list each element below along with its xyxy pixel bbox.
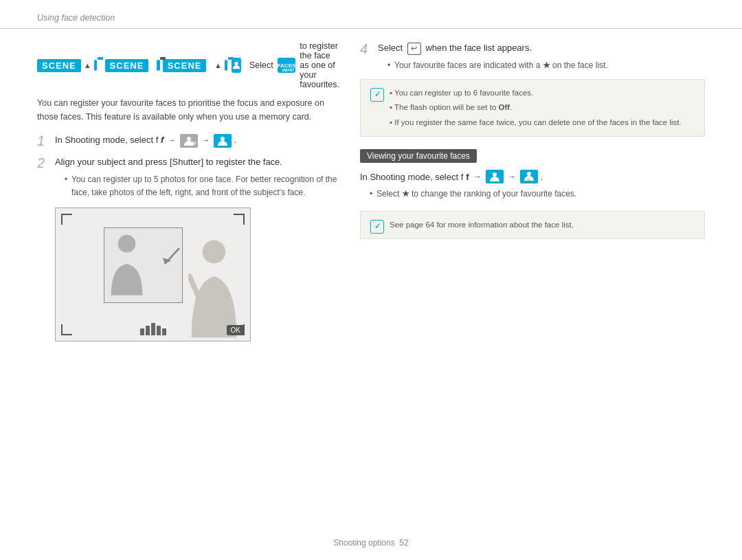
camera-icon-1 (94, 60, 97, 71)
camera-icon-2 (157, 60, 159, 71)
corner-bl (61, 324, 72, 335)
info-1-bullet-1: • You can register up to 6 favourite fac… (390, 87, 695, 100)
footer-page: 52 (399, 538, 408, 548)
arrow-up-icon-2: ▲ (214, 61, 222, 69)
arrow-right-2: → (201, 134, 210, 146)
inner-frame (104, 227, 183, 303)
info-box-1: ✓ • You can register up to 6 favourite f… (360, 79, 705, 137)
step3-prefix: Select (249, 60, 273, 70)
svg-point-9 (493, 172, 497, 177)
focus-bars (140, 323, 166, 335)
step-2: 2 Align your subject and press [Shutter]… (37, 155, 339, 199)
bar-2 (146, 326, 150, 335)
info-icon-2: ✓ (370, 220, 384, 234)
page-topic: Using face detection (37, 13, 115, 23)
info-box-2: ✓ See page 64 for more information about… (360, 211, 705, 240)
bar-5 (162, 328, 166, 335)
footer-text: Shooting options (333, 538, 394, 548)
back-arrow-icon: ↩ (407, 43, 421, 55)
viewing-bullets: Select ★ to change the ranking of your f… (360, 188, 705, 201)
step-4-text: Select ↩ when the face list appears. You… (378, 41, 608, 72)
svg-line-8 (190, 276, 198, 295)
step-4-bullets: Your favourite faces are indicated with … (378, 59, 608, 72)
scene-badge-1: SCENE (37, 59, 81, 72)
smart-icon: FACES SMART (278, 58, 296, 73)
svg-point-10 (527, 172, 531, 176)
camera-preview: OK (55, 208, 251, 341)
step-2-bullets: You can register up to 5 photos for one … (55, 173, 339, 199)
right-column: 4 Select ↩ when the face list appears. Y… (360, 29, 705, 341)
face-number-icon (232, 58, 241, 73)
svg-point-4 (118, 235, 136, 253)
info-box-1-content: • You can register up to 6 favourite fac… (390, 87, 695, 130)
svg-point-3 (221, 137, 225, 141)
arrow-right-v1: → (473, 172, 482, 181)
bar-1 (140, 328, 144, 335)
camera-icon-3 (225, 60, 227, 71)
corner-tr (234, 214, 245, 225)
face-off-icon: OFF (180, 134, 198, 148)
step-1-text: In Shooting mode, select f f → OFF → (55, 133, 236, 148)
intro-text: You can register your favourite faces to… (37, 96, 339, 124)
icons-row: SCENE ▲ SCENE SCENE ▲ (37, 41, 339, 89)
step-2-bullet-1: You can register up to 5 photos for one … (65, 173, 339, 199)
bar-3 (151, 323, 155, 335)
person-in-frame-icon (108, 229, 146, 298)
scene-badge-2: SCENE (105, 59, 149, 72)
svg-point-0 (235, 62, 238, 65)
step-1-number: 1 (37, 133, 49, 148)
info-1-bullet-3: • If you register the same face twice, y… (390, 116, 695, 130)
step-4: 4 Select ↩ when the face list appears. Y… (360, 41, 705, 72)
main-content: SCENE ▲ SCENE SCENE ▲ (0, 29, 742, 341)
svg-text:OFF: OFF (190, 141, 196, 146)
bar-4 (157, 326, 161, 335)
step-2-number: 2 (37, 155, 49, 170)
step-4-number: 4 (360, 41, 372, 56)
arm-icon (161, 242, 181, 280)
header-section: Using face detection (0, 0, 742, 29)
arrow-right-v2: → (508, 172, 516, 181)
left-column: SCENE ▲ SCENE SCENE ▲ (37, 29, 339, 341)
step-4-bullet-1: Your favourite faces are indicated with … (387, 59, 608, 72)
viewing-badge: Viewing your favourite faces (360, 149, 477, 163)
arrow-right-1: → (168, 134, 176, 146)
step-1: 1 In Shooting mode, select f f → OFF → (37, 133, 339, 148)
fn-bold: f (466, 172, 469, 182)
viewing-section: Viewing your favourite faces In Shooting… (360, 149, 705, 239)
face-menu-icon (486, 170, 504, 183)
scene-badge-3: SCENE (163, 59, 207, 72)
ok-button[interactable]: OK (227, 325, 245, 335)
step-2-text: Align your subject and press [Shutter] t… (55, 155, 339, 199)
svg-point-7 (203, 240, 226, 263)
info-box-2-content: See page 64 for more information about t… (390, 219, 695, 232)
corner-tl (61, 214, 72, 225)
info-1-bullet-2: • The flash option will be set to Off. (390, 101, 695, 115)
step3-text: to register the face as one of your favo… (300, 41, 339, 89)
shooting-line: In Shooting mode, select f f → → (360, 170, 705, 183)
info-2-text: See page 64 for more information about t… (390, 221, 574, 229)
arrow-up-icon-1: ▲ (84, 61, 91, 69)
face-detect-icon (214, 134, 232, 148)
fn-icon-1: f (161, 133, 164, 147)
footer: Shooting options 52 (0, 538, 742, 548)
info-icon-1: ✓ (370, 88, 384, 102)
viewing-bullet-1: Select ★ to change the ranking of your f… (370, 188, 705, 201)
face-fav-icon (520, 170, 538, 183)
page: Using face detection SCENE ▲ SCENE SCENE… (0, 0, 742, 560)
